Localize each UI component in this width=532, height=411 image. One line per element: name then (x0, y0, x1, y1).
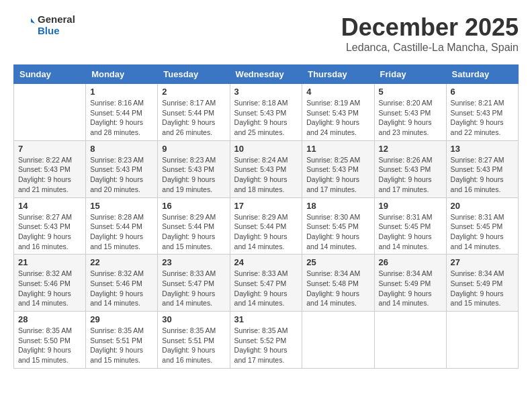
day-number: 19 (379, 201, 442, 211)
week-row-4: 21 Sunrise: 8:32 AM Sunset: 5:46 PM Dayl… (14, 255, 519, 312)
sunrise: Sunrise: 8:34 AM (451, 269, 514, 279)
day-info: Sunrise: 8:17 AM Sunset: 5:44 PM Dayligh… (162, 98, 225, 138)
day-number: 15 (90, 201, 153, 211)
day-info: Sunrise: 8:35 AM Sunset: 5:50 PM Dayligh… (18, 326, 81, 365)
sunrise: Sunrise: 8:35 AM (162, 326, 225, 336)
sunset: Sunset: 5:45 PM (451, 222, 514, 232)
day-info: Sunrise: 8:26 AM Sunset: 5:43 PM Dayligh… (379, 155, 442, 195)
daylight: Daylight: 9 hours and 14 minutes. (306, 289, 369, 308)
daylight: Daylight: 9 hours and 14 minutes. (18, 289, 81, 308)
daylight: Daylight: 9 hours and 17 minutes. (306, 175, 369, 194)
day-info: Sunrise: 8:35 AM Sunset: 5:51 PM Dayligh… (162, 326, 225, 365)
header-saturday: Saturday (446, 65, 518, 84)
sunset: Sunset: 5:43 PM (234, 165, 298, 175)
day-number: 20 (451, 201, 514, 211)
day-info: Sunrise: 8:32 AM Sunset: 5:46 PM Dayligh… (90, 269, 153, 308)
day-number: 28 (18, 314, 81, 324)
sunrise: Sunrise: 8:31 AM (451, 212, 514, 222)
svg-rect-0 (13, 14, 35, 36)
sunrise: Sunrise: 8:25 AM (306, 155, 369, 165)
sunset: Sunset: 5:49 PM (379, 279, 442, 289)
calendar-cell: 14 Sunrise: 8:27 AM Sunset: 5:43 PM Dayl… (14, 197, 86, 255)
sunset: Sunset: 5:43 PM (162, 165, 225, 175)
day-info: Sunrise: 8:31 AM Sunset: 5:45 PM Dayligh… (379, 212, 442, 252)
daylight: Daylight: 9 hours and 15 minutes. (18, 345, 81, 365)
sunset: Sunset: 5:45 PM (306, 222, 369, 232)
week-row-2: 7 Sunrise: 8:22 AM Sunset: 5:43 PM Dayli… (14, 140, 519, 197)
daylight: Daylight: 9 hours and 28 minutes. (90, 118, 153, 137)
sunset: Sunset: 5:43 PM (379, 108, 442, 118)
day-info: Sunrise: 8:33 AM Sunset: 5:47 PM Dayligh… (162, 269, 225, 308)
calendar-cell: 17 Sunrise: 8:29 AM Sunset: 5:44 PM Dayl… (230, 197, 302, 255)
calendar-cell: 22 Sunrise: 8:32 AM Sunset: 5:46 PM Dayl… (86, 255, 158, 312)
daylight: Daylight: 9 hours and 15 minutes. (90, 345, 153, 365)
sunrise: Sunrise: 8:21 AM (451, 98, 514, 108)
sunrise: Sunrise: 8:26 AM (379, 155, 442, 165)
sunset: Sunset: 5:44 PM (90, 222, 153, 232)
sunrise: Sunrise: 8:31 AM (379, 212, 442, 222)
daylight: Daylight: 9 hours and 24 minutes. (306, 118, 369, 137)
day-number: 23 (162, 257, 225, 267)
day-info: Sunrise: 8:24 AM Sunset: 5:43 PM Dayligh… (234, 155, 298, 195)
sunset: Sunset: 5:43 PM (18, 165, 81, 175)
day-number: 12 (379, 144, 442, 154)
day-number: 17 (234, 201, 298, 211)
calendar-cell: 7 Sunrise: 8:22 AM Sunset: 5:43 PM Dayli… (14, 140, 86, 197)
sunset: Sunset: 5:43 PM (306, 108, 369, 118)
sunrise: Sunrise: 8:22 AM (18, 155, 81, 165)
daylight: Daylight: 9 hours and 14 minutes. (379, 232, 442, 251)
sunset: Sunset: 5:51 PM (90, 336, 153, 346)
header-tuesday: Tuesday (158, 65, 230, 84)
calendar-cell: 24 Sunrise: 8:33 AM Sunset: 5:47 PM Dayl… (230, 255, 302, 312)
calendar-cell: 19 Sunrise: 8:31 AM Sunset: 5:45 PM Dayl… (374, 197, 446, 255)
day-info: Sunrise: 8:19 AM Sunset: 5:43 PM Dayligh… (306, 98, 369, 138)
day-info: Sunrise: 8:28 AM Sunset: 5:44 PM Dayligh… (90, 212, 153, 252)
header-friday: Friday (374, 65, 446, 84)
day-number: 8 (90, 144, 153, 154)
day-info: Sunrise: 8:34 AM Sunset: 5:48 PM Dayligh… (306, 269, 369, 308)
day-info: Sunrise: 8:21 AM Sunset: 5:43 PM Dayligh… (451, 98, 514, 138)
calendar-cell: 28 Sunrise: 8:35 AM Sunset: 5:50 PM Dayl… (14, 312, 86, 369)
sunrise: Sunrise: 8:35 AM (90, 326, 153, 336)
sunset: Sunset: 5:43 PM (90, 165, 153, 175)
sunset: Sunset: 5:51 PM (162, 336, 225, 346)
day-number: 21 (18, 257, 81, 267)
day-number: 29 (90, 314, 153, 324)
day-info: Sunrise: 8:33 AM Sunset: 5:47 PM Dayligh… (234, 269, 298, 308)
logo-general: General (38, 13, 75, 25)
calendar-cell: 8 Sunrise: 8:23 AM Sunset: 5:43 PM Dayli… (86, 140, 158, 197)
calendar-cell: 25 Sunrise: 8:34 AM Sunset: 5:48 PM Dayl… (302, 255, 374, 312)
day-number: 10 (234, 144, 298, 154)
calendar-cell: 2 Sunrise: 8:17 AM Sunset: 5:44 PM Dayli… (158, 84, 230, 141)
calendar-cell: 27 Sunrise: 8:34 AM Sunset: 5:49 PM Dayl… (446, 255, 518, 312)
calendar-cell: 13 Sunrise: 8:27 AM Sunset: 5:43 PM Dayl… (446, 140, 518, 197)
day-info: Sunrise: 8:30 AM Sunset: 5:45 PM Dayligh… (306, 212, 369, 252)
sunrise: Sunrise: 8:34 AM (379, 269, 442, 279)
title-section: December 2025 Ledanca, Castille-La Manch… (341, 13, 519, 54)
header-wednesday: Wednesday (230, 65, 302, 84)
sunrise: Sunrise: 8:16 AM (90, 98, 153, 108)
sunrise: Sunrise: 8:35 AM (18, 326, 81, 336)
sunrise: Sunrise: 8:30 AM (306, 212, 369, 222)
day-number: 13 (451, 144, 514, 154)
calendar-cell: 23 Sunrise: 8:33 AM Sunset: 5:47 PM Dayl… (158, 255, 230, 312)
day-number: 5 (379, 87, 442, 97)
day-info: Sunrise: 8:29 AM Sunset: 5:44 PM Dayligh… (162, 212, 225, 252)
day-info: Sunrise: 8:34 AM Sunset: 5:49 PM Dayligh… (451, 269, 514, 308)
sunrise: Sunrise: 8:19 AM (306, 98, 369, 108)
sunrise: Sunrise: 8:29 AM (162, 212, 225, 222)
daylight: Daylight: 9 hours and 15 minutes. (162, 232, 225, 251)
daylight: Daylight: 9 hours and 14 minutes. (234, 232, 298, 251)
day-number: 24 (234, 257, 298, 267)
sunset: Sunset: 5:44 PM (162, 108, 225, 118)
day-number: 11 (306, 144, 369, 154)
week-row-1: 1 Sunrise: 8:16 AM Sunset: 5:44 PM Dayli… (14, 84, 519, 141)
sunset: Sunset: 5:43 PM (451, 165, 514, 175)
day-number: 26 (379, 257, 442, 267)
calendar-cell: 1 Sunrise: 8:16 AM Sunset: 5:44 PM Dayli… (86, 84, 158, 141)
day-info: Sunrise: 8:18 AM Sunset: 5:43 PM Dayligh… (234, 98, 298, 138)
daylight: Daylight: 9 hours and 14 minutes. (379, 289, 442, 308)
calendar-header-row: SundayMondayTuesdayWednesdayThursdayFrid… (14, 65, 519, 84)
day-info: Sunrise: 8:23 AM Sunset: 5:43 PM Dayligh… (162, 155, 225, 195)
calendar-cell: 12 Sunrise: 8:26 AM Sunset: 5:43 PM Dayl… (374, 140, 446, 197)
